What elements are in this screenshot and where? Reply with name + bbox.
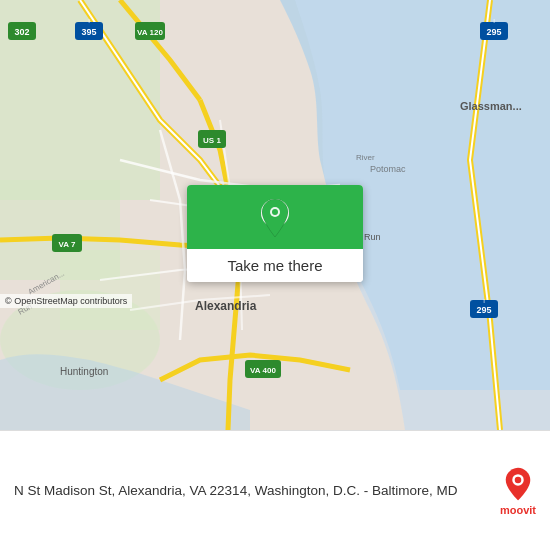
svg-text:VA 400: VA 400 [250,366,276,375]
svg-text:302: 302 [14,27,29,37]
address-text: N St Madison St, Alexandria, VA 22314, W… [14,483,457,498]
button-icon-area [187,185,363,249]
svg-text:Alexandria: Alexandria [195,299,257,313]
moovit-pin-icon [500,466,536,502]
svg-text:US 1: US 1 [203,136,221,145]
svg-point-38 [515,476,522,483]
take-me-there-label: Take me there [187,249,363,282]
svg-text:Huntington: Huntington [60,366,108,377]
osm-text: © OpenStreetMap contributors [5,296,127,306]
svg-text:VA 120: VA 120 [137,28,163,37]
svg-text:Glassman...: Glassman... [460,100,522,112]
svg-text:VA 7: VA 7 [59,240,76,249]
svg-text:295: 295 [486,27,501,37]
take-me-there-button[interactable]: Take me there [187,185,363,282]
svg-text:Potomac: Potomac [370,164,406,174]
svg-text:River: River [356,153,375,162]
osm-attribution: © OpenStreetMap contributors [0,294,132,308]
info-bar: N St Madison St, Alexandria, VA 22314, W… [0,430,550,550]
svg-rect-4 [60,250,160,330]
svg-point-36 [272,209,278,215]
svg-text:295: 295 [476,305,491,315]
location-pin-icon [259,199,291,239]
svg-text:395: 395 [81,27,96,37]
moovit-brand-text: moovit [500,504,536,516]
address-container: N St Madison St, Alexandria, VA 22314, W… [14,481,490,501]
moovit-logo: moovit [500,466,536,516]
map-container[interactable]: 395 I VA 120 295 I 295 I VA 7 US 1 VA 40… [0,0,550,430]
